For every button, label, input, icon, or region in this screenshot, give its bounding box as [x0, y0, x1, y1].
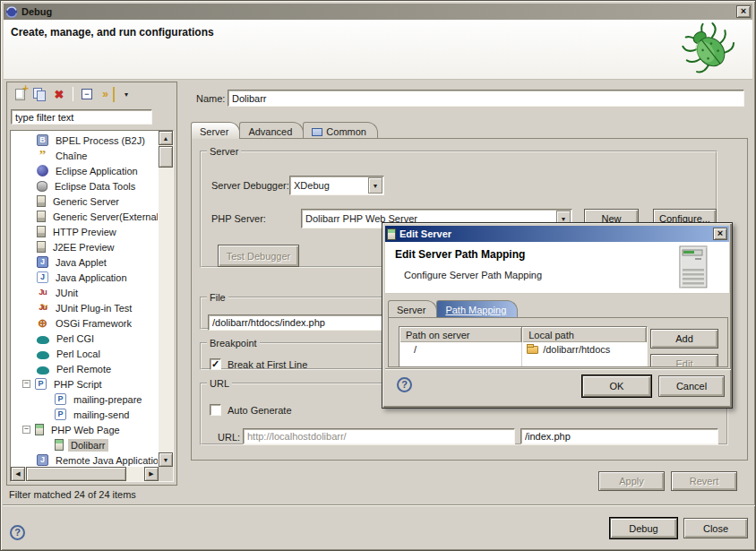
- dialog-banner: Create, manage, and run configurations: [4, 20, 752, 80]
- tree-item[interactable]: Pmailing-prepare: [12, 392, 158, 407]
- tree-item[interactable]: Generic Server: [12, 194, 158, 209]
- tree-item-label: Dolibarr: [68, 439, 108, 452]
- debug-button[interactable]: Debug: [610, 518, 677, 538]
- duplicate-configuration-icon[interactable]: [31, 87, 47, 102]
- banner-heading: Create, manage, and run configurations: [11, 26, 214, 39]
- database-icon: [37, 181, 47, 192]
- apply-button[interactable]: Apply: [598, 471, 665, 491]
- column-local-path[interactable]: Local path: [522, 327, 647, 342]
- tree-item-label: Generic Server(External La: [50, 211, 158, 223]
- scroll-right-icon[interactable]: ▶: [144, 467, 159, 481]
- mapping-row[interactable]: //dolibarr/htdocs: [399, 342, 647, 357]
- tree-horizontal-scrollbar[interactable]: ◀ ▶: [11, 467, 159, 481]
- tree-item[interactable]: Dolibarr: [12, 437, 158, 452]
- filter-menu-caret-icon[interactable]: ▾: [118, 87, 134, 102]
- tree-item[interactable]: Pmailing-send: [12, 407, 158, 422]
- revert-button[interactable]: Revert: [671, 471, 737, 491]
- folder-icon: [527, 346, 538, 354]
- edit-server-close-button[interactable]: ×: [713, 228, 727, 240]
- tab-edit-server[interactable]: Server: [388, 300, 437, 317]
- scrollbar-corner: [159, 467, 173, 481]
- local-path-text: /dolibarr/htdocs: [543, 344, 610, 355]
- tree-item[interactable]: ”Chaîne: [12, 148, 158, 163]
- scroll-up-icon[interactable]: ▲: [159, 131, 173, 145]
- edit-server-banner: Edit Server Path Mapping Configure Serve…: [385, 242, 729, 294]
- tree-item-label: Perl Remote: [54, 363, 114, 375]
- tree-item[interactable]: Perl Remote: [12, 361, 158, 376]
- php-file-icon: P: [55, 393, 66, 405]
- close-button[interactable]: Close: [683, 518, 748, 538]
- collapse-all-icon[interactable]: −: [79, 87, 95, 102]
- edit-mapping-button[interactable]: Edit: [650, 354, 718, 367]
- scroll-left-icon[interactable]: ◀: [11, 467, 25, 481]
- edit-server-subheading: Configure Server Path Mapping: [404, 270, 542, 280]
- server-icon: [37, 211, 46, 222]
- tree-item[interactable]: JRemote Java Application: [12, 452, 158, 466]
- tab-advanced[interactable]: Advanced: [239, 122, 304, 139]
- window-titlebar: Debug ×: [4, 4, 752, 20]
- mapping-table-container: Path on server Local path //dolibarr/htd…: [399, 326, 648, 367]
- eclipse-logo-icon: [5, 5, 18, 18]
- server-icon: [387, 228, 396, 240]
- tree-item[interactable]: −PPHP Script: [12, 376, 158, 392]
- help-icon[interactable]: ?: [10, 525, 25, 540]
- tree-item[interactable]: BBPEL Process (B2J): [12, 133, 158, 148]
- tree-item-label: OSGi Framework: [53, 317, 134, 330]
- tree-item[interactable]: Eclipse Data Tools: [12, 178, 158, 194]
- server-path-cell[interactable]: /: [399, 342, 522, 357]
- tree-item-label: J2EE Preview: [50, 241, 116, 254]
- horizontal-scroll-thumb[interactable]: [26, 467, 126, 481]
- tree-item[interactable]: Eclipse Application: [12, 163, 158, 178]
- php-web-page-icon: [35, 424, 44, 435]
- tab-path-mapping[interactable]: Path Mapping: [436, 300, 518, 317]
- tab-server[interactable]: Server: [191, 122, 240, 139]
- config-tree-panel: + ✖ − » ▾ BBPEL Process (B2J)”ChaîneEcli…: [6, 82, 177, 486]
- tree-item[interactable]: JJava Application: [12, 270, 158, 285]
- tree-filter-input[interactable]: [11, 109, 152, 125]
- edit-server-tabs: Server Path Mapping: [388, 299, 517, 317]
- name-input[interactable]: [228, 90, 744, 107]
- edit-server-heading: Edit Server Path Mapping: [395, 248, 525, 261]
- ok-button[interactable]: OK: [582, 375, 651, 397]
- tree-item[interactable]: ⊕OSGi Framework: [12, 315, 158, 331]
- server-icon: [37, 195, 46, 207]
- tree-toolbar: + ✖ − » ▾: [7, 82, 176, 106]
- column-path-on-server[interactable]: Path on server: [399, 327, 522, 342]
- tree-expander-icon[interactable]: −: [22, 426, 30, 434]
- tree-item[interactable]: Generic Server(External La: [12, 209, 158, 224]
- scroll-down-icon[interactable]: ▼: [159, 452, 173, 467]
- add-mapping-button[interactable]: Add: [650, 329, 718, 349]
- tree-vertical-scrollbar[interactable]: ▲ ▼: [159, 131, 173, 467]
- tree-item[interactable]: JJava Applet: [12, 254, 158, 270]
- tree-item-label: Perl CGI: [54, 332, 97, 345]
- java-application-icon: J: [37, 271, 48, 283]
- tree-expander-icon[interactable]: −: [22, 380, 30, 388]
- tree-item-label: Generic Server: [50, 195, 122, 208]
- local-path-cell[interactable]: /dolibarr/htdocs: [522, 342, 647, 357]
- tree-item-label: PHP Script: [51, 378, 105, 391]
- tab-common[interactable]: Common: [303, 122, 378, 139]
- vertical-scroll-thumb[interactable]: [159, 146, 173, 168]
- delete-configuration-icon[interactable]: ✖: [51, 87, 67, 102]
- tree-item-label: JUnit: [53, 287, 81, 299]
- tree-item-label: HTTP Preview: [50, 226, 119, 238]
- new-configuration-icon[interactable]: +: [12, 87, 28, 102]
- dialog-footer-separator: [385, 368, 731, 370]
- tree-item[interactable]: Perl CGI: [12, 331, 158, 346]
- config-tree: BBPEL Process (B2J)”ChaîneEclipse Applic…: [12, 133, 158, 466]
- name-label: Name:: [196, 93, 225, 104]
- tree-item-label: Eclipse Data Tools: [52, 180, 138, 193]
- filter-launch-configurations-icon[interactable]: »: [99, 87, 115, 102]
- cancel-button[interactable]: Cancel: [658, 375, 725, 397]
- dialog-help-icon[interactable]: ?: [397, 377, 412, 392]
- debug-window: Debug × Create, manage, and run configur…: [0, 0, 756, 551]
- tree-item[interactable]: J2EE Preview: [12, 239, 158, 254]
- tree-item[interactable]: JuJUnit Plug-in Test: [12, 300, 158, 315]
- tree-item-label: Chaîne: [53, 150, 90, 162]
- tree-item[interactable]: JuJUnit: [12, 285, 158, 300]
- tree-item[interactable]: HTTP Preview: [12, 224, 158, 239]
- tree-item[interactable]: Perl Local: [12, 346, 158, 361]
- mapping-table-body: //dolibarr/htdocs: [399, 342, 647, 367]
- window-close-button[interactable]: ×: [736, 5, 751, 18]
- tree-item[interactable]: −PHP Web Page: [12, 422, 158, 437]
